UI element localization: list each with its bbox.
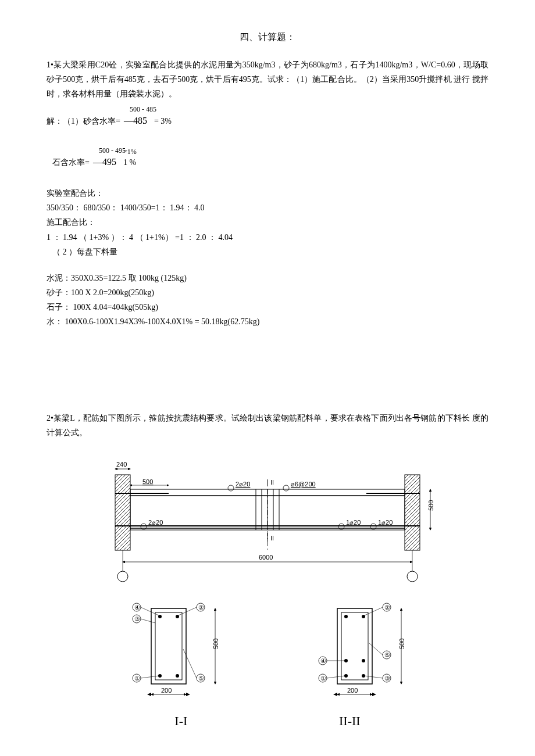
svg-rect-31 [151, 608, 186, 684]
svg-point-19 [283, 485, 289, 491]
con-ratio-value: 1 ： 1.94 （ 1+3% ）： 4 （ 1+1%） =1 ： 2.0 ： … [47, 230, 488, 245]
svg-rect-32 [155, 612, 182, 680]
page-title: 四、计算题： [47, 29, 488, 46]
sec2-tag1: ① [320, 675, 326, 682]
material-water: 水： 100X0.6-100X1.94X3%-100X4.0X1% = 50.1… [47, 314, 488, 329]
section-labels-row: I-I II-II [99, 710, 436, 733]
stone-moisture-line: 石含水率= 500 - 495 —495 =1% 1 % [52, 154, 488, 171]
frac1-eq: = 3% [154, 114, 172, 128]
label-bot-left: 2⌀20 [148, 519, 163, 526]
dim-col-left: 240 [116, 461, 127, 468]
beam-diagram: II II 240 500 2⌀20 ⌀6@200 2⌀20 1⌀20 1⌀20… [47, 457, 488, 733]
svg-rect-1 [405, 475, 420, 550]
label-bot-right1: 1⌀20 [346, 519, 361, 526]
sections-row: ④ ③ ① ② ⑤ 500 200 [108, 597, 427, 707]
problem1-statement: 1•某大梁采用C20砼，实验室配合比提供的水泥用量为350kg/m3，砂子为68… [47, 58, 488, 102]
con-ratio-label: 施工配合比： [47, 215, 488, 230]
svg-rect-52 [341, 612, 368, 680]
section-1-svg: ④ ③ ① ② ⑤ 500 200 [108, 597, 241, 707]
material-cement: 水泥：350X0.35=122.5 取 100kg (125kg) [47, 271, 488, 285]
sec1-tag1: ① [134, 675, 140, 682]
lab-ratio-value: 350/350： 680/350： 1400/350=1： 1.94： 4.0 [47, 200, 488, 215]
sec1-width: 200 [161, 687, 172, 694]
dim-height-right: 500 [427, 500, 434, 511]
problem2-statement: 2•某梁L，配筋如下图所示，箍筋按抗震结构要求。试绘制出该梁钢筋配料单，要求在表… [47, 411, 488, 440]
svg-point-53 [344, 615, 348, 618]
lab-ratio-label: 实验室配合比： [47, 186, 488, 200]
svg-line-68 [365, 676, 383, 678]
svg-rect-0 [115, 475, 130, 550]
beam-elevation-svg: II II 240 500 2⌀20 ⌀6@200 2⌀20 1⌀20 1⌀20… [87, 457, 448, 585]
section-2-svg: ④ ① ② ⑤ ③ 500 200 [294, 597, 427, 707]
svg-point-56 [362, 659, 365, 662]
frac2-bot: —495 [93, 157, 116, 167]
stone-label: 石含水率= [52, 155, 90, 170]
sec1-tag3: ③ [134, 615, 140, 622]
sec-cut-top: II [270, 479, 274, 486]
sec1-tag2: ② [198, 604, 204, 611]
sec1-height: 500 [212, 639, 219, 649]
material-stone: 石子： 100X 4.04=404kg(505kg) [47, 300, 488, 314]
svg-line-62 [327, 676, 345, 678]
section-2-label: II-II [339, 710, 361, 733]
sec2-tag4: ④ [320, 657, 326, 664]
label-top-2phi20: 2⌀20 [236, 481, 250, 488]
problem1-solution: 解：（1）砂含水率= 500 - 485 —485 = 3% 石含水率= 500… [47, 113, 488, 329]
sec2-tag5: ⑤ [384, 651, 390, 658]
material-sand: 砂子：100 X 2.0=200kg(250kg) [47, 285, 488, 300]
sec1-tag4: ④ [134, 604, 140, 611]
svg-marker-49 [147, 693, 151, 696]
frac1-bot: —485 [124, 116, 147, 126]
svg-marker-72 [372, 693, 376, 696]
dim-span: 6000 [259, 554, 273, 561]
sec2-tag3: ③ [384, 675, 390, 682]
svg-line-46 [183, 649, 197, 678]
svg-marker-50 [186, 693, 190, 696]
svg-point-18 [228, 485, 234, 491]
batch-label: （ 2 ）每盘下料量 [52, 245, 488, 259]
svg-line-66 [369, 643, 383, 655]
sec1-tag5: ⑤ [198, 675, 204, 682]
svg-point-28 [407, 571, 418, 582]
svg-marker-71 [333, 693, 337, 696]
frac1-top: 500 - 485 [130, 103, 156, 116]
sand-moisture-line: 解：（1）砂含水率= 500 - 485 —485 = 3% [47, 113, 488, 130]
frac2-top: 500 - 495 [99, 145, 126, 157]
svg-line-42 [141, 676, 159, 678]
svg-line-40 [141, 619, 155, 623]
frac2-eq2: 1 % [123, 158, 136, 167]
svg-point-36 [176, 674, 179, 678]
svg-point-27 [117, 571, 128, 582]
section-1-label: I-I [174, 710, 187, 733]
sec2-height: 500 [398, 639, 405, 649]
sec2-tag2: ② [384, 604, 390, 611]
frac2-eq: =1% [123, 146, 137, 159]
svg-rect-51 [337, 608, 372, 684]
label-bot-right2: 1⌀20 [378, 519, 393, 526]
sand-label: 解：（1）砂含水率= [47, 114, 120, 128]
sec-cut-bot: II [270, 535, 274, 542]
dim-500-left: 500 [142, 478, 153, 485]
sec2-width: 200 [347, 687, 358, 694]
label-stirrup: ⌀6@200 [291, 481, 316, 488]
